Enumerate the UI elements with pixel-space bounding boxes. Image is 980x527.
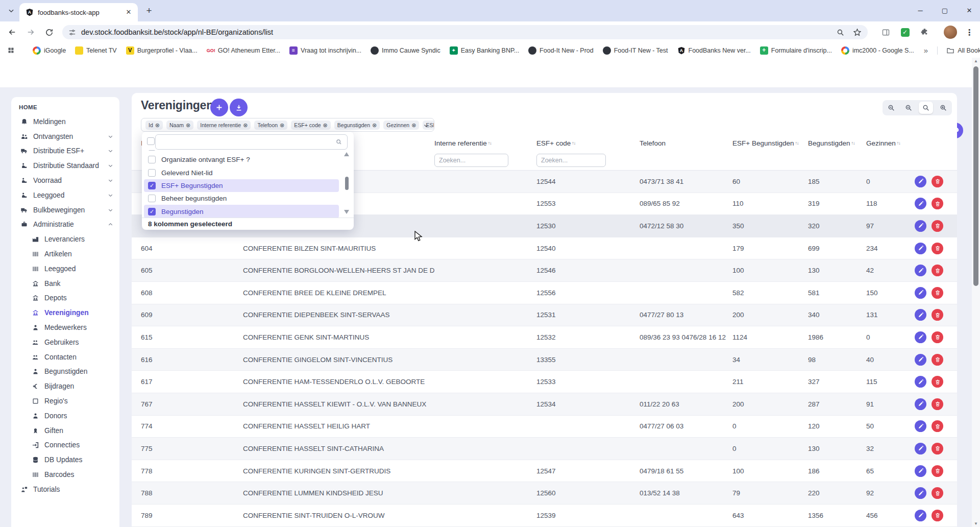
chip-remove-icon[interactable]: ⊗ bbox=[411, 123, 416, 128]
column-header-gezinnen[interactable]: Gezinnen↑↓ bbox=[866, 139, 915, 147]
side-panel-icon[interactable] bbox=[880, 27, 891, 38]
zoom-out-small-icon[interactable] bbox=[884, 102, 898, 114]
site-info-icon[interactable] bbox=[68, 29, 76, 36]
bookmark-star-icon[interactable] bbox=[853, 28, 862, 37]
sidebar-item-distributie-esf-[interactable]: Distributie ESF+ bbox=[11, 144, 119, 159]
column-header-esf-begunstigden[interactable]: ESF+ Begunstigden↑↓ bbox=[732, 139, 808, 147]
bookmark-item[interactable]: Telenet TV bbox=[75, 46, 117, 55]
delete-row-button[interactable] bbox=[932, 331, 943, 343]
edit-row-button[interactable] bbox=[915, 354, 926, 366]
edit-row-button[interactable] bbox=[915, 487, 926, 499]
column-option-esf-begunstigden[interactable]: ✓ESF+ Begunstigden bbox=[144, 179, 339, 192]
checkbox[interactable]: ✓ bbox=[148, 208, 156, 215]
chip-remove-icon[interactable]: ⊗ bbox=[280, 123, 284, 128]
scroll-down-arrow-icon[interactable]: ▼ bbox=[974, 521, 978, 526]
edit-row-button[interactable] bbox=[915, 309, 926, 321]
edit-row-button[interactable] bbox=[915, 220, 926, 232]
window-minimize-button[interactable]: ─ bbox=[912, 0, 929, 20]
bookmark-item[interactable]: Immo Cauwe Syndic bbox=[371, 46, 440, 55]
delete-row-button[interactable] bbox=[932, 309, 943, 321]
column-header-begunstigden[interactable]: Begunstigden↑↓ bbox=[808, 139, 866, 147]
bookmark-item[interactable]: +Formulaire d'inscrip... bbox=[760, 46, 832, 55]
bookmark-item[interactable]: iGoogle bbox=[33, 46, 66, 55]
chip-remove-icon[interactable]: ⊗ bbox=[186, 123, 190, 128]
delete-row-button[interactable] bbox=[932, 398, 943, 410]
column-option-geleverd-niet-lid[interactable]: Geleverd Niet-lid bbox=[142, 166, 342, 179]
dropdown-scrollbar-thumb[interactable] bbox=[345, 177, 349, 190]
browser-menu-icon[interactable]: ⋮ bbox=[964, 27, 975, 38]
edit-row-button[interactable] bbox=[915, 510, 926, 521]
column-header-interne-referentie[interactable]: Interne referentie↑↓ bbox=[434, 139, 536, 147]
bookmark-item[interactable]: GO!GO! Atheneum Etter... bbox=[207, 46, 280, 55]
checkbox[interactable]: ✓ bbox=[148, 182, 156, 189]
edit-row-button[interactable] bbox=[915, 398, 926, 410]
column-option-beheer-begunstigden[interactable]: Beheer begunstigden bbox=[142, 192, 342, 205]
delete-row-button[interactable] bbox=[932, 376, 943, 388]
page-scrollbar[interactable]: ▲ ▼ bbox=[972, 58, 980, 527]
bookmark-item[interactable]: ≡Vraag tot inschrijvin... bbox=[289, 46, 361, 55]
dropdown-scroll-down-icon[interactable] bbox=[344, 210, 349, 214]
bookmark-item[interactable]: imc2000 - Google S... bbox=[841, 46, 914, 55]
checkbox[interactable] bbox=[148, 150, 156, 151]
address-bar[interactable]: dev.stock.foodbanksit.be/stock/app/nl-BE… bbox=[62, 25, 868, 39]
zoom-in-icon[interactable] bbox=[936, 102, 950, 114]
sidebar-item-meldingen[interactable]: Meldingen bbox=[11, 114, 119, 129]
profile-avatar[interactable] bbox=[944, 26, 957, 39]
sidebar-item-db-updates[interactable]: DB Updates bbox=[11, 452, 119, 467]
extensions-puzzle-icon[interactable] bbox=[919, 27, 930, 38]
filter-interne-referentie-input[interactable] bbox=[434, 154, 508, 167]
download-export-button[interactable] bbox=[230, 99, 248, 116]
sidebar-item-bulkbewegingen[interactable]: Bulkbewegingen bbox=[11, 203, 119, 218]
checkbox[interactable] bbox=[148, 169, 156, 177]
apps-grid-icon[interactable] bbox=[7, 46, 15, 54]
edit-row-button[interactable] bbox=[915, 331, 926, 343]
chip-remove-icon[interactable]: ⊗ bbox=[323, 123, 328, 128]
delete-row-button[interactable] bbox=[932, 198, 943, 209]
select-all-checkbox[interactable] bbox=[147, 137, 155, 145]
sidebar-item-giften[interactable]: Giften bbox=[11, 423, 119, 438]
edit-row-button[interactable] bbox=[915, 198, 926, 209]
scrollbar-thumb[interactable] bbox=[973, 66, 978, 286]
extension-check-icon[interactable]: ✓ bbox=[899, 27, 911, 38]
search-icon[interactable] bbox=[919, 102, 933, 114]
all-bookmarks-button[interactable]: All Bookmarks bbox=[946, 46, 980, 55]
edit-row-button[interactable] bbox=[915, 287, 926, 299]
delete-row-button[interactable] bbox=[932, 420, 943, 432]
sidebar-item-bijdragen[interactable]: Bijdragen bbox=[11, 379, 119, 394]
delete-row-button[interactable] bbox=[932, 243, 943, 254]
sidebar-item-barcodes[interactable]: Barcodes bbox=[11, 467, 119, 482]
column-option-organizatie-ontvangt-esf-[interactable]: Organizatie ontvangt ESF+ ? bbox=[142, 153, 342, 166]
forward-button[interactable] bbox=[24, 26, 37, 38]
sidebar-item-distributie-standaard[interactable]: Distributie Standaard bbox=[11, 158, 119, 173]
sidebar-item-medewerkers[interactable]: Medewerkers bbox=[11, 320, 119, 335]
edit-row-button[interactable] bbox=[915, 376, 926, 388]
edit-row-button[interactable] bbox=[915, 443, 926, 454]
edit-row-button[interactable] bbox=[915, 243, 926, 254]
sidebar-item-ontvangsten[interactable]: Ontvangsten bbox=[11, 129, 119, 144]
sidebar-item-bank[interactable]: Bank bbox=[11, 276, 119, 291]
column-option-begunstigden[interactable]: ✓Begunstigden bbox=[144, 205, 339, 218]
reload-button[interactable] bbox=[43, 26, 55, 38]
add-organization-button[interactable] bbox=[210, 99, 228, 116]
sidebar-item-administratie[interactable]: Administratie bbox=[11, 218, 119, 232]
sidebar-item-leeggoed[interactable]: Leeggoed bbox=[11, 261, 119, 276]
sidebar-item-leveranciers[interactable]: Leveranciers bbox=[11, 232, 119, 247]
bookmarks-overflow-chevron[interactable]: » bbox=[924, 46, 928, 55]
sidebar-item-tutorials[interactable]: Tutorials bbox=[11, 482, 119, 497]
lens-search-icon[interactable] bbox=[836, 28, 845, 37]
delete-row-button[interactable] bbox=[932, 220, 943, 232]
sidebar-item-connecties[interactable]: Connecties bbox=[11, 438, 119, 453]
sidebar-item-regio-s[interactable]: Regio's bbox=[11, 394, 119, 409]
delete-row-button[interactable] bbox=[932, 287, 943, 299]
edit-row-button[interactable] bbox=[915, 420, 926, 432]
delete-row-button[interactable] bbox=[932, 443, 943, 454]
back-button[interactable] bbox=[6, 26, 18, 38]
chip-remove-icon[interactable]: ⊗ bbox=[155, 123, 160, 128]
edit-row-button[interactable] bbox=[915, 465, 926, 477]
chips-chevron-down-icon[interactable] bbox=[423, 123, 429, 129]
chip-remove-icon[interactable]: ⊗ bbox=[372, 123, 377, 128]
scroll-up-arrow-icon[interactable]: ▲ bbox=[974, 59, 978, 63]
delete-row-button[interactable] bbox=[932, 354, 943, 366]
delete-row-button[interactable] bbox=[932, 487, 943, 499]
edit-row-button[interactable] bbox=[915, 265, 926, 276]
